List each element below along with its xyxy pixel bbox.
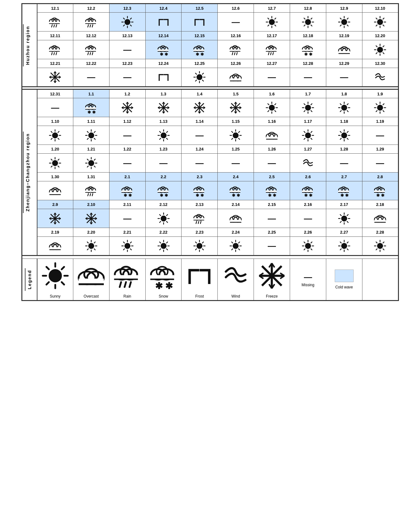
svg-point-333	[124, 187, 129, 191]
legend-item-frost: Frost	[182, 259, 218, 301]
date-cell: 2.23	[182, 228, 218, 237]
date-cell: 12.15	[182, 31, 218, 40]
svg-line-245	[51, 138, 53, 139]
svg-line-522	[46, 267, 49, 270]
weather-cell-missing: —	[145, 154, 182, 173]
date-cell: 1.26	[254, 145, 290, 154]
date-cell: 12.6	[218, 4, 254, 13]
svg-point-480	[233, 243, 238, 249]
weather-cell-missing: —	[254, 237, 290, 256]
date-cell: 12.25	[182, 59, 218, 68]
weather-cell-sunny	[145, 209, 182, 228]
svg-point-107	[305, 46, 310, 50]
weather-cell-frost	[145, 13, 182, 31]
svg-line-330	[92, 194, 93, 196]
date-cell: 12.8	[290, 4, 326, 13]
weather-cell-freeze	[218, 98, 254, 117]
svg-line-45	[347, 25, 348, 26]
weather-cell-sunny	[109, 237, 145, 256]
svg-line-329	[90, 194, 91, 196]
weather-cell-snow: ✱ ✱	[326, 181, 362, 200]
date-cell: 2.19	[37, 228, 73, 237]
svg-line-502	[340, 249, 341, 250]
svg-line-218	[304, 111, 305, 112]
date-cell: 2.20	[73, 228, 109, 237]
svg-line-299	[347, 131, 348, 133]
svg-point-85	[196, 46, 201, 50]
weather-cell-frost	[145, 68, 182, 87]
legend-item-snow: ✱ ✱ Snow	[145, 259, 182, 301]
weather-cell-missing: —	[254, 154, 290, 173]
weather-cell-rain	[73, 181, 109, 200]
svg-line-102	[268, 53, 269, 55]
date-cell: 2.12	[145, 200, 182, 209]
zhenjiang-region-label: Zhenjiang–Changzhou region	[23, 132, 32, 213]
svg-line-31	[268, 18, 269, 19]
legend-item-label: Overcast	[76, 294, 107, 298]
date-cell: 1.28	[326, 145, 362, 154]
date-cell: 1.9	[362, 89, 398, 98]
date-cell: 1.30	[37, 173, 73, 181]
svg-line-304	[51, 166, 53, 167]
weather-cell-sunny	[362, 98, 398, 117]
weather-cell-missing: —	[290, 68, 326, 87]
svg-text:✱ ✱: ✱ ✱	[124, 193, 132, 198]
svg-line-491	[311, 249, 312, 250]
date-cell: 12.4	[145, 4, 182, 13]
date-cell: 12.10	[362, 4, 398, 13]
weather-cell-rain	[73, 40, 109, 59]
svg-point-489	[305, 243, 311, 249]
svg-line-265	[160, 131, 161, 133]
svg-line-409	[160, 214, 161, 216]
svg-point-282	[305, 133, 311, 138]
svg-line-103	[271, 53, 271, 55]
date-cell: 1.21	[73, 145, 109, 154]
svg-line-433	[347, 214, 348, 216]
weather-cell-snow: ✱ ✱	[182, 181, 218, 200]
svg-line-450	[87, 242, 88, 243]
svg-point-363	[305, 187, 310, 191]
date-cell: 12.22	[73, 59, 109, 68]
date-cell: 2.3	[182, 173, 218, 181]
weather-cell-sunny	[326, 126, 362, 145]
date-cell: 1.22	[109, 145, 145, 154]
svg-point-369	[341, 187, 346, 191]
weather-cell-sunny	[326, 13, 362, 31]
date-cell: 1.6	[254, 89, 290, 98]
huzhou-region-label: Huzhou region	[23, 24, 32, 66]
svg-line-479	[203, 242, 204, 243]
svg-point-532	[120, 267, 132, 276]
svg-point-79	[160, 46, 165, 50]
svg-line-51	[347, 18, 348, 19]
svg-line-290	[311, 131, 312, 133]
svg-point-34	[305, 19, 311, 25]
weather-cell-rain	[254, 40, 290, 59]
svg-point-422	[232, 215, 239, 220]
svg-line-141	[196, 80, 197, 81]
date-cell: 12.19	[326, 31, 362, 40]
svg-point-16	[125, 19, 130, 25]
svg-point-540	[156, 267, 168, 276]
svg-line-459	[123, 242, 125, 243]
weather-cell-rain	[182, 209, 218, 228]
weather-cell-missing: —	[109, 154, 145, 173]
weather-cell-sunny	[145, 126, 182, 145]
date-cell: 2.28	[362, 228, 398, 237]
legend-item-label: Frost	[184, 294, 215, 298]
legend-item-wind: Wind	[218, 259, 254, 301]
date-cell: 12.29	[326, 59, 362, 68]
date-cell: 1.18	[326, 117, 362, 126]
date-cell: 2.11	[109, 200, 145, 209]
svg-text:✱ ✱: ✱ ✱	[155, 281, 173, 291]
legend-item-label: Freeze	[256, 294, 287, 298]
date-cell: 1.8	[326, 89, 362, 98]
date-cell: 2.18	[362, 200, 398, 209]
weather-cell-missing: —	[254, 209, 290, 228]
svg-line-315	[87, 159, 88, 160]
weather-cell-sunny	[73, 237, 109, 256]
svg-line-504	[340, 242, 341, 243]
weather-cell-freeze	[37, 68, 73, 87]
weather-cell-missing: —	[326, 68, 362, 87]
weather-cell-sunny	[37, 154, 73, 173]
svg-line-67	[54, 53, 54, 55]
